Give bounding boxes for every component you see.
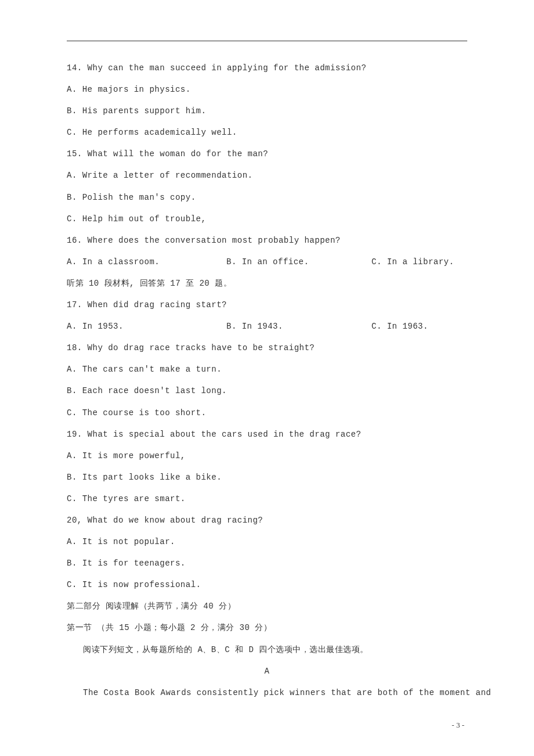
question-15-option-a: A. Write a letter of recommendation.	[67, 165, 467, 186]
question-18-option-c: C. The course is too short.	[67, 402, 467, 424]
question-16-options-row: A. In a classroom. B. In an office. C. I…	[67, 251, 467, 273]
question-18-stem: 18. Why do drag race tracks have to be s…	[67, 337, 467, 359]
question-14-option-b: B. His parents support him.	[67, 100, 467, 122]
question-19-option-b: B. Its part looks like a bike.	[67, 467, 467, 488]
question-18-option-b: B. Each race doesn't last long.	[67, 380, 467, 402]
question-19-option-c: C. The tyres are smart.	[67, 488, 467, 510]
question-17-option-c: C. In 1963.	[371, 316, 467, 337]
question-17-option-b: B. In 1943.	[226, 316, 371, 337]
question-15-stem: 15. What will the woman do for the man?	[67, 143, 467, 165]
question-17-options-row: A. In 1953. B. In 1943. C. In 1963.	[67, 316, 467, 337]
passage-a-line-1: The Costa Book Awards consistently pick …	[67, 682, 467, 704]
question-20-option-b: B. It is for teenagers.	[67, 553, 467, 574]
page-container: 14. Why can the man succeed in applying …	[0, 0, 534, 756]
question-19-stem: 19. What is special about the cars used …	[67, 424, 467, 445]
top-rule	[67, 41, 467, 41]
page-number: - 3 -	[452, 721, 464, 730]
question-19-option-a: A. It is more powerful,	[67, 445, 467, 467]
part-2-section-1-heading: 第一节 （共 15 小题；每小题 2 分，满分 30 分）	[67, 617, 467, 639]
question-16-option-b: B. In an office.	[226, 251, 371, 273]
question-16-option-a: A. In a classroom.	[67, 251, 226, 273]
passage-a-label: A	[67, 661, 467, 682]
question-14-option-a: A. He majors in physics.	[67, 79, 467, 100]
question-16-option-c: C. In a library.	[371, 251, 467, 273]
question-14-stem: 14. Why can the man succeed in applying …	[67, 57, 467, 79]
question-20-stem: 20, What do we know about drag racing?	[67, 510, 467, 531]
question-20-option-c: C. It is now professional.	[67, 574, 467, 596]
question-16-stem: 16. Where does the conversation most pro…	[67, 230, 467, 251]
question-15-option-c: C. Help him out of trouble,	[67, 208, 467, 230]
question-14-option-c: C. He performs academically well.	[67, 122, 467, 143]
reading-instruction: 阅读下列短文，从每题所给的 A、B、C 和 D 四个选项中，选出最佳选项。	[67, 639, 467, 661]
document-body: 14. Why can the man succeed in applying …	[67, 57, 467, 704]
question-20-option-a: A. It is not popular.	[67, 531, 467, 553]
question-18-option-a: A. The cars can't make a turn.	[67, 359, 467, 380]
question-17-stem: 17. When did drag racing start?	[67, 294, 467, 316]
question-15-option-b: B. Polish the man's copy.	[67, 187, 467, 208]
part-2-heading: 第二部分 阅读理解（共两节，满分 40 分）	[67, 596, 467, 617]
question-17-option-a: A. In 1953.	[67, 316, 226, 337]
listening-section-10-directions: 听第 10 段材料, 回答第 17 至 20 题。	[67, 273, 467, 294]
